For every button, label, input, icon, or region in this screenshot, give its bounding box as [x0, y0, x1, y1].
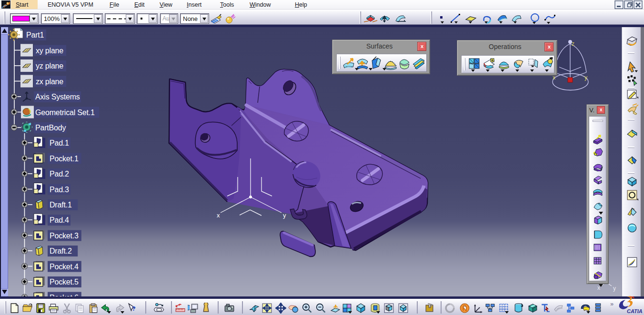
svg-text:xy plane: xy plane: [36, 47, 63, 55]
svg-text:Pocket.4: Pocket.4: [50, 263, 79, 271]
svg-text:Pocket.5: Pocket.5: [50, 278, 79, 286]
svg-text:y: y: [613, 285, 616, 292]
svg-text:Draft.2: Draft.2: [50, 247, 72, 255]
svg-text:Pocket.1: Pocket.1: [50, 155, 79, 163]
svg-text:Axis Systems: Axis Systems: [35, 93, 80, 101]
svg-text:zx plane: zx plane: [36, 78, 63, 86]
svg-text:Geometrical Set.1: Geometrical Set.1: [35, 108, 95, 117]
svg-text:yz plane: yz plane: [36, 62, 63, 70]
svg-text:Pad.3: Pad.3: [50, 186, 69, 194]
svg-text:CATIA: CATIA: [627, 308, 643, 314]
svg-text:y: y: [584, 74, 587, 81]
svg-text:y: y: [283, 212, 286, 219]
svg-text:Draft.1: Draft.1: [50, 201, 72, 209]
svg-text:PartBody: PartBody: [35, 124, 66, 132]
svg-text:Part1: Part1: [26, 31, 44, 39]
svg-text:x: x: [217, 212, 220, 219]
svg-text:Pad.2: Pad.2: [50, 170, 69, 178]
svg-text:z: z: [572, 40, 574, 47]
svg-text:Pad.1: Pad.1: [50, 139, 69, 147]
svg-text:Pad.4: Pad.4: [50, 216, 69, 224]
svg-text:Pocket.3: Pocket.3: [50, 232, 79, 240]
